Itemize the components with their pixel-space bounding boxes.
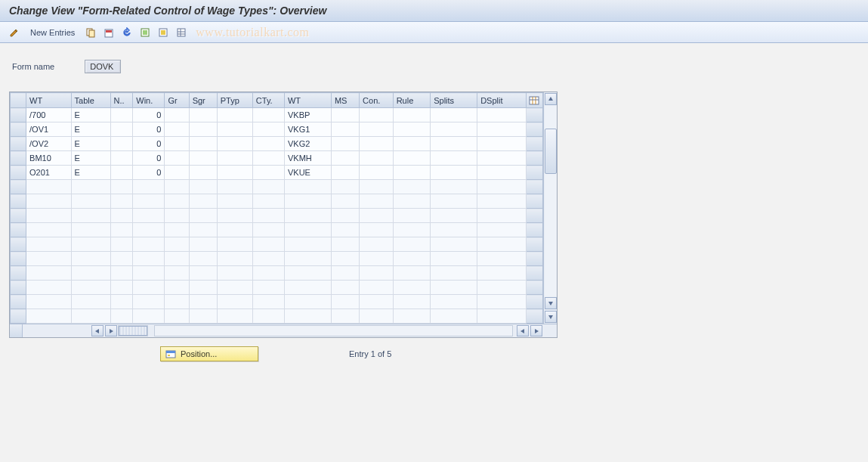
cell[interactable] [217,252,252,266]
cell[interactable]: BM10 [26,151,71,166]
cell[interactable] [71,223,110,237]
cell[interactable] [217,237,252,252]
cell[interactable] [360,252,394,266]
cell[interactable] [431,122,477,137]
cell[interactable] [26,209,71,223]
cell[interactable] [252,194,284,209]
cell[interactable] [431,237,477,252]
cell[interactable] [331,281,359,295]
table-row[interactable] [11,209,543,223]
cell[interactable] [165,137,189,151]
cell[interactable] [26,281,71,295]
table-row[interactable] [11,180,543,194]
cell[interactable] [26,180,71,194]
cell[interactable] [360,151,394,166]
cell[interactable] [360,295,394,309]
cell[interactable] [217,209,252,223]
cell[interactable] [110,194,133,209]
scroll-down-a-icon[interactable] [545,297,557,309]
cell[interactable] [284,309,331,324]
row-handle[interactable] [11,151,26,166]
cell[interactable] [165,295,189,309]
cell[interactable] [110,223,133,237]
cell[interactable] [252,237,284,252]
cell[interactable] [431,194,477,209]
cell[interactable] [331,166,359,180]
row-handle[interactable] [11,252,26,266]
cell[interactable]: E [71,137,110,151]
cell[interactable]: VKG1 [284,122,331,137]
table-row[interactable] [11,223,543,237]
cell[interactable] [217,166,252,180]
col-dsplit[interactable]: DSplit [477,93,526,108]
cell[interactable] [252,108,284,122]
table-row[interactable]: /700E0VKBP [11,108,543,122]
row-handle[interactable] [11,209,26,223]
cell[interactable] [133,281,165,295]
col-splits[interactable]: Splits [431,93,477,108]
cell[interactable] [217,266,252,281]
table-row[interactable] [11,194,543,209]
cell[interactable] [252,209,284,223]
cell[interactable] [133,209,165,223]
cell[interactable] [477,151,526,166]
copy-icon[interactable] [84,26,97,39]
cell[interactable] [189,252,217,266]
cell[interactable] [431,166,477,180]
cell[interactable] [284,281,331,295]
cell[interactable] [360,266,394,281]
cell[interactable] [431,281,477,295]
cell[interactable] [165,166,189,180]
select-all-icon[interactable] [138,26,152,39]
cell[interactable] [71,252,110,266]
col-wt[interactable]: WT [26,93,71,108]
row-handle[interactable] [11,295,26,309]
position-button[interactable]: Position... [160,346,258,361]
cell[interactable]: E [71,108,110,122]
cell[interactable] [110,209,133,223]
cell[interactable] [165,209,189,223]
cell[interactable]: VKBP [284,108,331,122]
cell[interactable] [477,166,526,180]
cell[interactable] [26,194,71,209]
cell[interactable] [133,223,165,237]
cell[interactable]: 0 [133,151,165,166]
cell[interactable] [110,237,133,252]
cell[interactable] [110,137,133,151]
cell[interactable] [393,209,431,223]
cell[interactable] [477,122,526,137]
cell[interactable] [110,309,133,324]
cell[interactable] [71,281,110,295]
cell[interactable] [110,295,133,309]
cell[interactable] [284,266,331,281]
cell[interactable] [252,166,284,180]
deselect-all-icon[interactable] [156,26,170,39]
cell[interactable] [189,223,217,237]
cell[interactable] [26,295,71,309]
cell[interactable] [360,309,394,324]
vscroll-thumb[interactable] [545,129,557,174]
toggle-edit-icon[interactable] [8,26,21,39]
cell[interactable] [393,295,431,309]
cell[interactable] [431,209,477,223]
cell[interactable] [165,122,189,137]
table-view-icon[interactable] [175,26,188,39]
table-row[interactable] [11,309,543,324]
cell[interactable] [331,266,359,281]
cell[interactable] [284,237,331,252]
cell[interactable] [431,309,477,324]
cell[interactable] [360,223,394,237]
cell[interactable] [26,309,71,324]
cell[interactable] [189,194,217,209]
cell[interactable] [217,122,252,137]
cell[interactable] [360,166,394,180]
cell[interactable] [360,281,394,295]
cell[interactable] [110,266,133,281]
cell[interactable] [393,252,431,266]
cell[interactable] [217,309,252,324]
undo-icon[interactable] [120,26,134,39]
cell[interactable] [71,309,110,324]
cell[interactable]: E [71,122,110,137]
cell[interactable] [189,266,217,281]
cell[interactable] [189,122,217,137]
